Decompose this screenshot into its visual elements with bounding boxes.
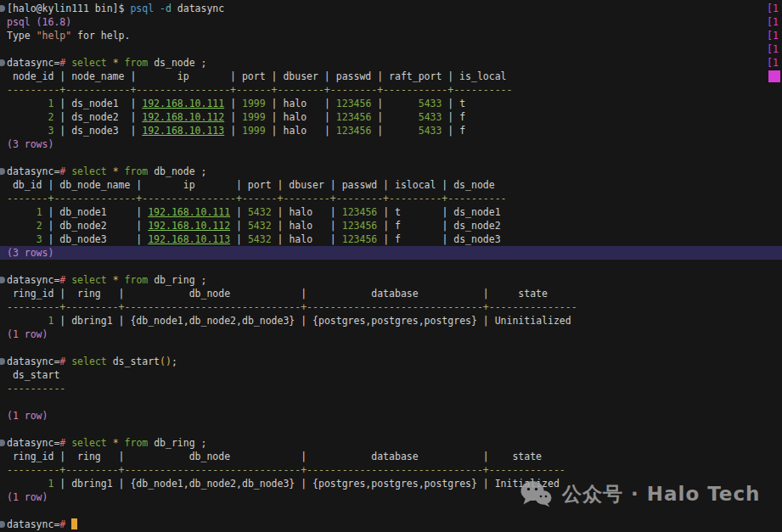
- terminal-text-segment: select: [71, 57, 107, 69]
- terminal-text-segment: 192.168.10.112: [148, 220, 230, 232]
- terminal-text-segment: 2: [37, 220, 42, 232]
- terminal-text-segment: ring_id | ring | db_node | database | st…: [7, 451, 542, 462]
- terminal-text-segment: |: [230, 220, 248, 232]
- terminal-text-segment: ;: [172, 356, 177, 367]
- terminal-text-segment: psql (16.8): [7, 16, 71, 28]
- terminal-text-segment: node_id | node_name | ip | port | dbuser…: [7, 70, 507, 82]
- terminal-text-segment: from: [125, 165, 149, 177]
- terminal-line: 1 | db_node1 | 192.168.10.111 | 5432 | h…: [7, 205, 767, 219]
- terminal-text-segment: db_ring ;: [148, 274, 206, 286]
- terminal-text-segment: [107, 274, 113, 286]
- terminal-text-segment: [65, 518, 71, 530]
- terminal-text-segment: 3: [37, 233, 42, 245]
- command-decoration-icon: [0, 5, 5, 12]
- right-markers: [1[1[1[1[1: [767, 2, 782, 104]
- terminal-line: ---------+---------+--------------------…: [7, 463, 767, 477]
- terminal-text-segment: -d: [160, 3, 172, 14]
- terminal-text-segment: | halo |: [266, 111, 336, 123]
- terminal-text-segment: 192.168.10.113: [142, 125, 224, 137]
- terminal-text-segment: datasync=: [7, 274, 59, 286]
- terminal-text-segment: [119, 437, 125, 449]
- terminal-line: -------+--------------+----------------+…: [7, 192, 767, 205]
- terminal-text-segment: *: [113, 57, 119, 69]
- terminal-text-segment: from: [125, 437, 149, 449]
- right-edge-marker: [1: [767, 15, 782, 29]
- terminal-line: [7, 395, 767, 409]
- terminal-text-segment: 192.168.10.112: [142, 111, 224, 123]
- terminal-line: [7, 504, 767, 518]
- terminal-text-segment: 5433: [419, 125, 442, 137]
- terminal-text-segment: |: [371, 111, 418, 123]
- terminal-text-segment: | halo |: [266, 125, 336, 137]
- terminal-line: datasync=# select ds_start();: [7, 355, 767, 368]
- terminal-text-segment: 5432: [248, 220, 272, 232]
- terminal-line: (3 rows): [0, 246, 782, 260]
- right-edge-marker: [1: [767, 56, 782, 70]
- terminal-text-segment: |: [371, 98, 418, 109]
- terminal-text-segment: [7, 233, 37, 245]
- command-decoration-icon: [0, 440, 5, 446]
- terminal-text-segment: datasync=: [7, 57, 59, 69]
- terminal-line: ---------+-----------+----------------+-…: [7, 83, 767, 97]
- terminal-line: 2 | ds_node2 | 192.168.10.112 | 1999 | h…: [7, 110, 767, 124]
- terminal-text-segment: [107, 57, 113, 69]
- terminal-text-segment: ---------+---------+--------------------…: [7, 301, 577, 313]
- right-edge-marker: [1: [767, 29, 782, 42]
- terminal-text-segment: | f: [442, 125, 465, 137]
- terminal-text-segment: [7, 396, 13, 408]
- terminal-text-segment: 1999: [242, 125, 266, 137]
- terminal-text-segment: 5432: [248, 233, 272, 245]
- terminal-text-segment: 5433: [419, 111, 442, 123]
- terminal-line: 3 | db_node3 | 192.168.10.113 | 5432 | h…: [7, 232, 767, 246]
- terminal-text-segment: |: [371, 125, 418, 137]
- terminal-text-segment: (1 row): [7, 491, 48, 503]
- terminal-text-segment: db_ring ;: [148, 437, 206, 449]
- terminal-text-segment: -------+--------------+----------------+…: [7, 193, 507, 204]
- terminal-text-segment: db_id | db_node_name | ip | port | dbuse…: [7, 179, 495, 191]
- terminal-text-segment: ---------+---------+--------------------…: [7, 464, 565, 476]
- terminal-text-segment: 192.168.10.113: [148, 233, 230, 245]
- terminal-text-segment: 123456: [342, 206, 378, 218]
- command-decoration-icon: [0, 277, 5, 283]
- terminal-text-segment: | halo |: [272, 206, 342, 218]
- terminal-text-segment: 123456: [336, 111, 372, 123]
- terminal-text-segment: |: [224, 98, 242, 109]
- terminal-text-segment: [7, 98, 48, 109]
- terminal-text-segment: [119, 165, 125, 177]
- terminal-line: (1 row): [7, 409, 767, 423]
- terminal-text-segment: *: [113, 274, 119, 286]
- terminal-line: 1 | dbring1 | {db_node1,db_node2,db_node…: [7, 477, 767, 490]
- terminal-text-segment: datasync=: [7, 518, 59, 530]
- terminal-window[interactable]: [halo@kylin111 bin]$ psql -d datasyncpsq…: [0, 0, 782, 532]
- terminal-text-segment: [7, 206, 37, 218]
- terminal-line: Type "help" for help.: [7, 29, 767, 42]
- terminal-text-segment: |: [224, 111, 242, 123]
- terminal-line: ds_start: [7, 368, 767, 382]
- terminal-text-segment: db_node ;: [148, 165, 206, 177]
- terminal-text-segment: datasync=: [7, 356, 59, 367]
- terminal-text-segment: | ds_node1 |: [53, 98, 142, 109]
- terminal-text-segment: 1999: [242, 111, 266, 123]
- terminal-line: ring_id | ring | db_node | database | st…: [7, 450, 767, 463]
- terminal-line: [7, 260, 767, 273]
- terminal-text-segment: ----------: [7, 383, 65, 395]
- terminal-text-segment: ds_start: [7, 369, 59, 381]
- terminal-text-segment: | f | ds_node2: [377, 220, 500, 232]
- terminal-text-segment: | db_node3 |: [42, 233, 149, 245]
- terminal-line: (1 row): [7, 328, 767, 341]
- terminal-text-segment: [halo@kylin111 bin]$: [7, 3, 130, 14]
- terminal-line: datasync=# select * from ds_node ;: [7, 56, 767, 70]
- terminal-text-segment: [119, 57, 125, 69]
- terminal-line: [7, 423, 767, 436]
- terminal-line: 1 | ds_node1 | 192.168.10.111 | 1999 | h…: [7, 97, 767, 110]
- terminal-line: db_id | db_node_name | ip | port | dbuse…: [7, 178, 767, 192]
- terminal-text-segment: 123456: [336, 125, 372, 137]
- terminal-text-segment: [119, 274, 125, 286]
- terminal-text-segment: 1999: [242, 98, 266, 109]
- terminal-text-segment: | dbring1 | {db_node1,db_node2,db_node3}…: [53, 315, 571, 327]
- right-edge-marker: [1: [767, 2, 782, 15]
- terminal-text-segment: 123456: [336, 98, 372, 109]
- terminal-text-segment: ds_start: [107, 356, 160, 367]
- terminal-line: [halo@kylin111 bin]$ psql -d datasync: [7, 2, 767, 15]
- terminal-text-segment: 192.168.10.111: [142, 98, 224, 109]
